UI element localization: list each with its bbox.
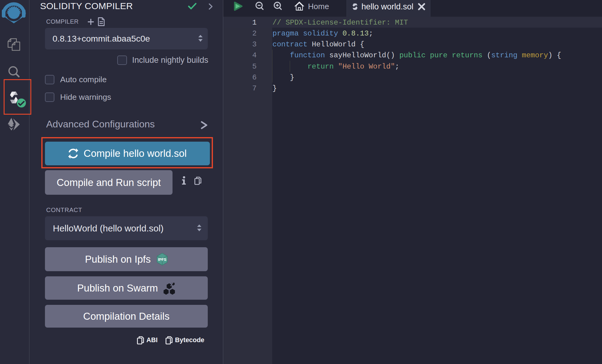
svg-text:IPFS: IPFS	[158, 258, 166, 262]
